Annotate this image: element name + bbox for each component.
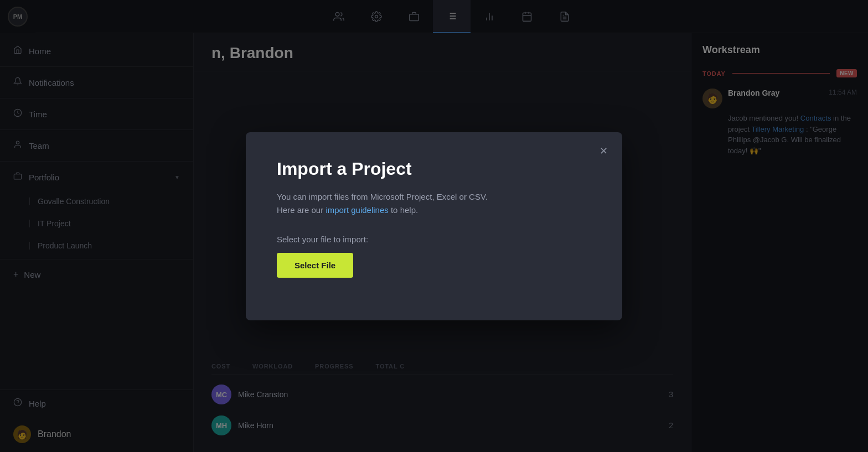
modal-overlay[interactable]: ✕ Import a Project You can import files … xyxy=(0,0,868,452)
import-modal: ✕ Import a Project You can import files … xyxy=(246,132,622,320)
modal-desc-end: to help. xyxy=(391,205,418,215)
select-file-button[interactable]: Select File xyxy=(277,253,353,278)
modal-file-label: Select your file to import: xyxy=(277,235,591,244)
import-guidelines-link[interactable]: import guidelines xyxy=(326,205,388,215)
modal-title: Import a Project xyxy=(277,159,591,179)
modal-close-button[interactable]: ✕ xyxy=(596,143,611,159)
modal-description: You can import files from Microsoft Proj… xyxy=(277,190,591,217)
